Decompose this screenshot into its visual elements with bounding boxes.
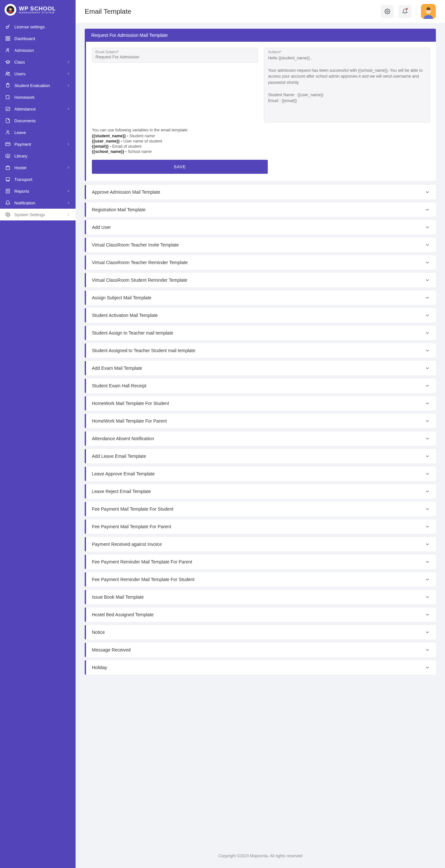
brand-logo[interactable]: WP SCHOOL MANAGEMENT SYSTEM [0,0,76,20]
variable-row: {{student_name}} - Student name [92,134,430,138]
accordion-item[interactable]: Notice [85,625,436,640]
report-icon [5,188,10,194]
brand-text: WP SCHOOL MANAGEMENT SYSTEM [19,6,56,14]
sidebar-item-transport[interactable]: Transport [0,174,76,185]
chevron-down-icon [425,559,430,564]
accordion-item[interactable]: Fee Payment Reminder Mail Template For P… [85,555,436,569]
accordion-item[interactable]: Registration Mail Template [85,203,436,217]
accordion-item[interactable]: HomeWork Mail Template For Student [85,396,436,410]
accordion-item[interactable]: Holiday [85,660,436,675]
sidebar-item-label: Dashboard [14,36,35,41]
sidebar-item-label: Notification [14,200,35,206]
sidebar-item-attendance[interactable]: Attendance [0,103,76,115]
accordion-title: Hostel Bed Assigned Template [92,612,154,617]
accordion-item[interactable]: Virtual ClassRoom Teacher Reminder Templ… [85,255,436,270]
accordion-item[interactable]: Leave Reject Email Template [85,484,436,499]
chevron-down-icon [425,313,430,318]
accordion-item[interactable]: Virtual ClassRoom Teacher Invite Templat… [85,238,436,252]
svg-point-20 [8,180,9,181]
topbar-divider [416,7,416,16]
chevron-down-icon [425,366,430,371]
chevron-down-icon [425,207,430,212]
accordion-item[interactable]: Fee Payment Mail Template For Parent [85,520,436,534]
accordion-item[interactable]: Student Assign to Teacher mail template [85,326,436,340]
accordion-item[interactable]: Payment Received against Invoice [85,537,436,551]
sidebar-item-label: Library [14,154,27,158]
chevron-right-icon [66,84,70,87]
panel-header: Request For Admission Mail Template [86,29,436,42]
sidebar-item-users[interactable]: Users [0,68,76,80]
svg-point-19 [6,180,7,181]
chevron-right-icon [66,166,70,169]
email-subject-input[interactable] [96,54,254,59]
sidebar-item-license-settings[interactable]: License settings [0,21,76,33]
sidebar-item-library[interactable]: Library [0,150,76,162]
email-body-field[interactable]: Subject* Hello {{student_name}} , Your a… [264,48,430,123]
accordion-item[interactable]: Add Leave Email Template [85,449,436,463]
footer-copyright: Copyright ©2023 Mojoomla. All rights res… [76,845,445,868]
accordion-title: Issue Book Mail Template [92,594,144,600]
sidebar-item-hostel[interactable]: Hostel [0,162,76,174]
sidebar-item-leave[interactable]: Leave [0,126,76,138]
sidebar-item-student-evaluation[interactable]: Student Evaluation [0,80,76,91]
sidebar-item-dashboard[interactable]: Dashboard [0,33,76,44]
accordion-title: Virtual ClassRoom Teacher Reminder Templ… [92,260,187,265]
accordion-title: Fee Payment Mail Template For Parent [92,524,171,529]
chevron-down-icon [425,383,430,389]
sidebar-item-system-settings[interactable]: System Settings [0,209,76,220]
sidebar-item-payment[interactable]: Payment [0,138,76,150]
sidebar-item-notification[interactable]: Notification [0,197,76,209]
bell-icon [5,200,10,206]
sidebar-item-reports[interactable]: Reports [0,185,76,197]
notifications-button[interactable] [399,5,411,18]
accordion-item[interactable]: Attendance Absent Notification [85,431,436,446]
accordion-item[interactable]: Fee Payment Mail Template For Student [85,502,436,516]
svg-rect-3 [6,36,7,38]
sidebar-item-label: Attendance [14,106,36,112]
settings-button[interactable] [381,5,394,18]
svg-point-8 [6,72,8,74]
accordion-item[interactable]: Issue Book Mail Template [85,590,436,604]
accordion-item[interactable]: Fee Payment Reminder Mail Template For S… [85,572,436,587]
sidebar-item-admission[interactable]: Admission [0,44,76,56]
accordion-item[interactable]: Message Received [85,643,436,657]
sidebar-item-label: Transport [14,177,32,182]
accordion-title: Holiday [92,665,107,670]
library-icon [5,153,10,158]
save-button[interactable]: SAVE [92,160,268,174]
accordion-item[interactable]: Student Activation Mail Template [85,308,436,322]
accordion-item[interactable]: Student Exam Hall Receipt [85,378,436,393]
user-avatar[interactable] [421,4,436,19]
accordion-item[interactable]: Student Assigned to Teacher Student mail… [85,343,436,358]
email-subject-field[interactable]: Email Subject* [92,48,258,63]
accordion-item[interactable]: Leave Approve Email Template [85,467,436,481]
accordion-item[interactable]: Hostel Bed Assigned Template [85,608,436,622]
chevron-down-icon [425,630,430,635]
accordion-title: Message Received [92,647,131,652]
chevron-right-icon [66,189,70,193]
email-body-text: Hello {{student_name}} , Your admission … [268,55,426,104]
chevron-down-icon [425,612,430,617]
accordion-item[interactable]: Assign Subject Mail Template [85,290,436,305]
accordion-item[interactable]: Approve Admission Mail Template [85,185,436,199]
accordion-item[interactable]: Add Exam Mail Template [85,361,436,375]
sidebar-item-class[interactable]: Class [0,56,76,68]
avatar-icon [422,6,435,19]
hostel-icon [5,165,10,170]
sidebar-item-documents[interactable]: Documents [0,115,76,126]
book-icon [5,95,10,100]
variable-row: {{user_name}} - User name of student [92,139,430,144]
sidebar-item-label: Users [14,71,25,76]
leave-icon [5,130,10,135]
accordion-item[interactable]: Virtual ClassRoom Student Reminder Templ… [85,273,436,287]
accordion-item[interactable]: Add User [85,220,436,235]
accordion-title: Student Exam Hall Receipt [92,383,146,389]
key-icon [5,24,10,29]
sidebar-item-homework[interactable]: Homework [0,91,76,103]
chevron-down-icon [425,278,430,283]
accordion-item[interactable]: HomeWork Mail Template For Parent [85,414,436,428]
svg-rect-2 [8,7,13,8]
svg-rect-18 [6,178,10,181]
accordion-title: Add Leave Email Template [92,454,146,459]
svg-rect-17 [6,166,10,169]
